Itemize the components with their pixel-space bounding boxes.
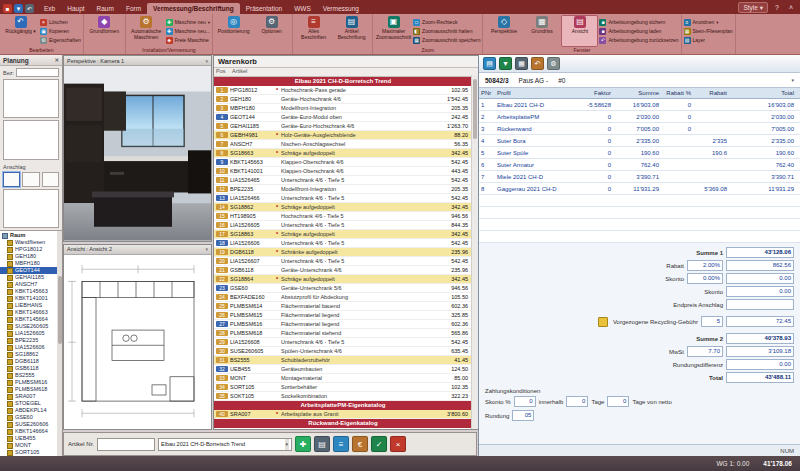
- warenkorb-row[interactable]: 8SG18663*Schräge aufgedoppelt342.45: [214, 149, 472, 158]
- warenkorb-row[interactable]: 32UEB455Geräteumbauten124.50: [214, 365, 472, 374]
- warenkorb-row[interactable]: 24BEXFADE160Abstutzprofil für Abdeckung1…: [214, 293, 472, 302]
- warenkorb-row[interactable]: 10KBKT141001Klappen-Oberschrank 4/6443.4…: [214, 167, 472, 176]
- warenkorb-row[interactable]: 15HT198905Hochschrank 4/6 - Tiefe 5946.5…: [214, 212, 472, 221]
- undo-quick-icon[interactable]: ↶: [25, 4, 34, 13]
- warenkorb-row[interactable]: 18LIA1526606Unterschrank 4/6 - Tiefe 554…: [214, 239, 472, 248]
- freie-maschine-button[interactable]: ◈Freie Maschine: [166, 36, 210, 44]
- arbeitsumgebung-zurücksetzen-button[interactable]: ↶Arbeitsumgebung zurücksetzen: [599, 36, 678, 44]
- perspektive-button[interactable]: ◇Perspektive: [485, 15, 522, 47]
- warenkorb-row[interactable]: 2GEH180Geräte-Hochschrank 4/61'542.45: [214, 95, 472, 104]
- warenkorb-row[interactable]: 23GSE60Geräte-Unterschrank 5/6946.56: [214, 284, 472, 293]
- arbeitsumgebung-sichern-button[interactable]: ■Arbeitsumgebung sichern: [599, 18, 678, 26]
- settings-icon[interactable]: ⚙: [547, 57, 560, 70]
- tree-item-gse60[interactable]: GSE60: [0, 414, 62, 421]
- tree-item-sort105[interactable]: SORT105: [0, 449, 62, 456]
- tab-form[interactable]: Form: [120, 3, 147, 14]
- tree-item-suse260606[interactable]: SUSE260606: [0, 421, 62, 428]
- positionierung-button[interactable]: ◎Positionierung: [215, 15, 252, 47]
- invoice-row[interactable]: 2ArbeitsplattePM02'030.0002'030.00: [479, 111, 800, 123]
- warenkorb-row[interactable]: 9KBKT145663Klappen-Oberschrank 4/6542.45: [214, 158, 472, 167]
- invoice-row[interactable]: 3Rückenwand07'005.0007'005.00: [479, 123, 800, 135]
- ansicht-button[interactable]: ▤Ansicht: [561, 15, 598, 47]
- arbeitsumgebung-laden-button[interactable]: ■Arbeitsumgebung laden: [599, 27, 678, 35]
- alles-beschriften-button[interactable]: ≡Alles Beschriften: [295, 15, 332, 47]
- tree-item-raum[interactable]: Raum: [0, 232, 62, 239]
- planung-input-3[interactable]: [3, 120, 59, 159]
- vrg-qty-field[interactable]: 5: [701, 316, 723, 327]
- tree-item-geh180[interactable]: GEH180: [0, 253, 62, 260]
- artikel-nr-input[interactable]: [97, 438, 155, 451]
- grundformen-button[interactable]: ◆Grundformen: [86, 15, 123, 47]
- tree-scrollbar[interactable]: [57, 231, 62, 456]
- maschine-neu-button[interactable]: ✚Maschine neu...: [166, 27, 210, 35]
- anschlag-thumb-3[interactable]: [42, 172, 59, 187]
- tree-item-plmbsm616[interactable]: PLMBSM616: [0, 379, 62, 386]
- doc-dropdown-icon[interactable]: ▾: [791, 77, 794, 83]
- invoice-row[interactable]: 8Gaggenau 2021 CH-D011'931.295'369.0811'…: [479, 183, 800, 195]
- tree-item-sg18862[interactable]: SG18862: [0, 351, 62, 358]
- tab-wws[interactable]: WWS: [288, 3, 317, 14]
- plan-drawing[interactable]: [64, 255, 211, 430]
- anordnen-button[interactable]: ≡Anordnen▾: [684, 18, 733, 26]
- warenkorb-row[interactable]: 1HPG18012*Hochschrank-Pass gerade102.95: [214, 86, 472, 95]
- bez-input[interactable]: [16, 68, 59, 77]
- list-icon[interactable]: ≡: [333, 436, 349, 452]
- tree-item-kbkt145663[interactable]: KBKT145663: [0, 288, 62, 295]
- cancel-icon[interactable]: ×: [390, 436, 406, 452]
- tab-raum[interactable]: Raum: [91, 3, 120, 14]
- löschen-button[interactable]: ×Löschen: [40, 18, 81, 26]
- warenkorb-row[interactable]: 29LIA1526608Unterschrank 4/6 - Tiefe 554…: [214, 338, 472, 347]
- style-selector[interactable]: Style ▾: [738, 2, 768, 13]
- invoice-row[interactable]: 5Suter Spüle0190.60190.6190.60: [479, 147, 800, 159]
- tab-exb[interactable]: Exb: [38, 3, 61, 14]
- warenkorb-row[interactable]: 34SORT105Sortierbehälter102.35: [214, 383, 472, 392]
- zoomausschnitt-speichern-button[interactable]: ▦Zoomausschnitt speichern: [413, 36, 480, 44]
- warenkorb-row[interactable]: 21GSB6118Geräte-Unterschrank 4/6235.96: [214, 266, 472, 275]
- tree-item-bpe2235[interactable]: BPE2235: [0, 337, 62, 344]
- tree-item-hpg18012[interactable]: HPG18012: [0, 246, 62, 253]
- endpreis-value[interactable]: [726, 299, 794, 310]
- planung-listbox[interactable]: [3, 189, 59, 228]
- close-icon[interactable]: ✕: [54, 57, 59, 63]
- warenkorb-row[interactable]: 4GEOT144Geräte-Euro-Modul oben242.45: [214, 113, 472, 122]
- tree-item-plmbsm618[interactable]: PLMBSM618: [0, 386, 62, 393]
- zoomausschnitt-halten-button[interactable]: ◧Zoomausschnitt halten: [413, 27, 480, 35]
- warenkorb-row[interactable]: 26PLMBSM615Flächenmaterial liegend325.85: [214, 311, 472, 320]
- warenkorb-row[interactable]: 6GEBH4981*Holz-Geräte-Ausgleichsblende88…: [214, 131, 472, 140]
- warenkorb-row[interactable]: 14SG18862*Schräge aufgedoppelt342.45: [214, 203, 472, 212]
- tree-item-kbkt145664[interactable]: KBKT145664: [0, 316, 62, 323]
- tree-item-gsb6118[interactable]: GSB6118: [0, 365, 62, 372]
- warenkorb-row[interactable]: 27PLMBSM616Flächenmaterial liegend602.36: [214, 320, 472, 329]
- automatische-maschinen-button[interactable]: ⚙Automatische Maschinen: [128, 15, 165, 47]
- tree-item-liebhans[interactable]: LIEBHANS: [0, 302, 62, 309]
- tree-item-lia1526606[interactable]: LIA1526606: [0, 344, 62, 351]
- anschlag-thumb-1[interactable]: [3, 172, 20, 187]
- plan-close-icon[interactable]: ▾: [205, 246, 208, 252]
- check-icon[interactable]: ✓: [371, 436, 387, 452]
- artikel-beschriftung-button[interactable]: ▤Artikel Beschriftung: [333, 15, 370, 47]
- eigenschaften-button[interactable]: ⚙Eigenschaften: [40, 36, 81, 44]
- tree-item-mbfh180[interactable]: MBFH180: [0, 260, 62, 267]
- warenkorb-row[interactable]: 28PLMBSM618Flächenmaterial stehend565.86: [214, 329, 472, 338]
- anschlag-thumb-2[interactable]: [22, 172, 39, 187]
- mwst-pct-field[interactable]: 7.70: [687, 346, 723, 357]
- warenkorb-row[interactable]: 33MONTMontagematerial85.00: [214, 374, 472, 383]
- tree-item-lia1526605[interactable]: LIA1526605: [0, 330, 62, 337]
- perspective-close-icon[interactable]: ▾: [205, 58, 208, 64]
- print-icon[interactable]: ▦: [515, 57, 528, 70]
- print-icon[interactable]: ▤: [314, 436, 330, 452]
- warenkorb-row[interactable]: 31BS2555Schubladenzubehör41.45: [214, 356, 472, 365]
- rundung-input[interactable]: 05: [512, 410, 534, 421]
- tree-item-kbkt141001[interactable]: KBKT141001: [0, 295, 62, 302]
- tree-item-geot144[interactable]: GEOT144: [0, 267, 62, 274]
- save-icon[interactable]: ▼: [499, 57, 512, 70]
- maschine-neu-button[interactable]: ✚Maschine neu▾: [166, 18, 210, 26]
- warenkorb-row[interactable]: 25PLMBSM614Flächenmaterial bauend602.36: [214, 302, 472, 311]
- invoice-row[interactable]: 4Suter Bora02'335.002'3352'335.00: [479, 135, 800, 147]
- rabatt-pct-field[interactable]: 2.00%: [687, 260, 723, 271]
- warenkorb-row[interactable]: 17SG18863*Schräge aufgedoppelt342.45: [214, 230, 472, 239]
- warenkorb-row[interactable]: 16LIA1526605Unterschrank 4/6 - Tiefe 584…: [214, 221, 472, 230]
- tab-vermessung[interactable]: Vermessung: [317, 3, 365, 14]
- optionen-button[interactable]: ⚙Optionen: [253, 15, 290, 47]
- grundriss-button[interactable]: ▦Grundriss: [523, 15, 560, 47]
